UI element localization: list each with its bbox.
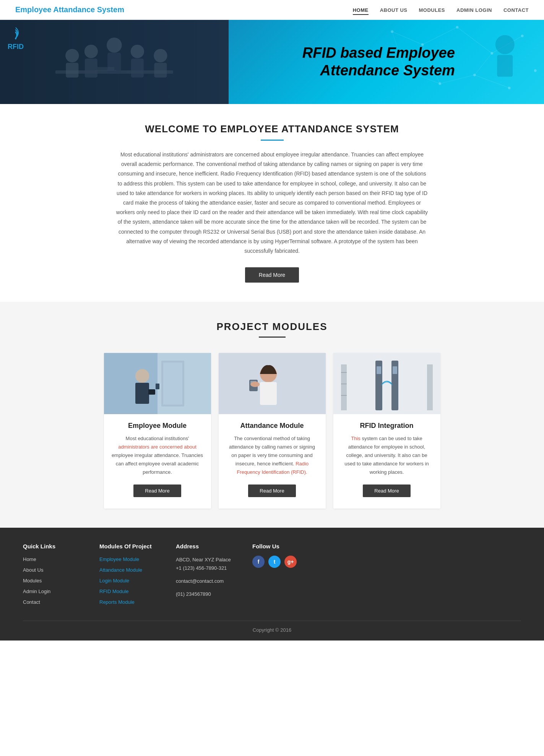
svg-line-24 [392, 32, 422, 45]
svg-rect-13 [95, 70, 116, 71]
footer-module-rfid[interactable]: RFID Module [99, 588, 161, 595]
footer-module-login[interactable]: Login Module [99, 577, 161, 584]
svg-rect-12 [97, 67, 114, 70]
nav-links: HOME ABOUT US MODULES ADMIN LOGIN CONTAC… [353, 7, 529, 13]
module-card-title-attendance: Attandance Module [225, 422, 320, 430]
svg-rect-52 [341, 364, 347, 410]
svg-point-22 [508, 87, 511, 89]
facebook-icon[interactable]: f [252, 556, 265, 568]
footer-address-block1: ABCD, Near XYZ Palace +1 (123) 456-7890-… [176, 556, 237, 572]
modules-underline [259, 337, 286, 338]
footer-address-title: Address [176, 543, 237, 550]
welcome-section: WELCOME TO EMPLOYEE ATTANDANCE SYSTEM Mo… [0, 104, 544, 302]
hero-title-line1: RFID based Employee [302, 44, 455, 62]
svg-point-0 [15, 38, 16, 39]
footer: Quick Links Home About Us Modules Admin … [0, 528, 544, 641]
footer-grid: Quick Links Home About Us Modules Admin … [23, 543, 521, 609]
svg-rect-60 [393, 366, 397, 374]
modules-section: PROJECT MODULES [0, 302, 544, 527]
svg-point-6 [107, 37, 122, 53]
svg-rect-5 [85, 59, 97, 78]
footer-follow-title: Follow Us [252, 543, 313, 550]
svg-line-30 [474, 75, 509, 88]
nav-item-modules[interactable]: MODULES [419, 7, 445, 13]
welcome-read-more-button[interactable]: Read More [245, 267, 299, 283]
svg-point-2 [65, 49, 79, 62]
hero-title-block: RFID based Employee Attendance System [302, 44, 470, 79]
module-card-rfid: RFID Integration This system can be used… [333, 353, 440, 508]
site-logo[interactable]: Employee Attandance System [15, 5, 124, 14]
svg-rect-59 [377, 366, 381, 374]
welcome-title: WELCOME TO EMPLOYEE ATTANDANCE SYSTEM [31, 123, 513, 135]
svg-rect-53 [341, 372, 347, 373]
svg-rect-37 [104, 353, 158, 414]
module-card-text-employee: Most educational institutions' administr… [112, 434, 203, 476]
svg-rect-42 [163, 363, 182, 405]
footer-link-admin[interactable]: Admin Login [23, 588, 84, 595]
svg-point-34 [495, 35, 515, 54]
attendance-img-placeholder [219, 353, 326, 414]
svg-rect-40 [148, 389, 155, 395]
footer-module-reports[interactable]: Reports Module [99, 598, 161, 605]
module-card-employee: Employee Module Most educational institu… [104, 353, 211, 508]
nav-item-admin[interactable]: ADMIN LOGIN [456, 7, 492, 13]
module-card-img-rfid [333, 353, 440, 414]
people-illustration [0, 20, 229, 104]
nav-item-contact[interactable]: CONTACT [503, 7, 529, 13]
svg-rect-7 [107, 53, 121, 74]
svg-rect-11 [154, 63, 167, 78]
welcome-underline [261, 140, 284, 141]
footer-module-attendance[interactable]: Attandance Module [99, 566, 161, 573]
footer-modules-list: Employee Module Attandance Module Login … [99, 556, 161, 605]
footer-quick-links: Quick Links Home About Us Modules Admin … [23, 543, 84, 609]
svg-rect-39 [135, 383, 149, 404]
twitter-icon[interactable]: t [268, 556, 281, 568]
module-card-img-attendance [219, 353, 326, 414]
svg-rect-43 [156, 384, 159, 389]
module-card-img-employee [104, 353, 211, 414]
svg-rect-9 [131, 59, 144, 78]
svg-line-33 [474, 53, 492, 75]
footer-quick-links-title: Quick Links [23, 543, 84, 550]
svg-point-49 [250, 382, 260, 387]
module-read-more-attendance[interactable]: Read More [248, 484, 296, 497]
hero-title-line2: Attendance System [302, 62, 455, 80]
module-card-title-rfid: RFID Integration [339, 422, 434, 430]
footer-link-contact[interactable]: Contact [23, 598, 84, 605]
nav-item-home[interactable]: HOME [353, 7, 369, 13]
footer-address-email: contact@contact.com [176, 577, 237, 585]
rfid-badge: RFID [8, 28, 24, 51]
svg-rect-35 [497, 55, 513, 77]
rfid-img-placeholder [333, 353, 440, 414]
svg-line-27 [492, 36, 522, 53]
footer-module-employee[interactable]: Employee Module [99, 556, 161, 563]
modules-grid: Employee Module Most educational institu… [23, 353, 521, 508]
footer-link-home[interactable]: Home [23, 556, 84, 563]
nav-item-about[interactable]: ABOUT US [380, 7, 408, 13]
footer-address-phone: (01) 234567890 [176, 590, 237, 598]
module-read-more-rfid[interactable]: Read More [363, 484, 410, 497]
hero-banner: RFID [0, 20, 544, 104]
svg-rect-3 [66, 63, 78, 78]
svg-point-14 [391, 30, 393, 33]
svg-point-4 [84, 45, 98, 58]
footer-copyright: Copyright © 2016 [23, 621, 521, 633]
footer-link-modules[interactable]: Modules [23, 577, 84, 584]
rfid-label-text: RFID [8, 43, 24, 51]
hero-right-panel: RFID based Employee Attendance System [229, 20, 544, 104]
googleplus-icon[interactable]: g+ [284, 556, 297, 568]
modules-title: PROJECT MODULES [23, 321, 521, 333]
svg-rect-54 [341, 384, 347, 384]
svg-rect-1 [55, 70, 173, 74]
footer-address-col: Address ABCD, Near XYZ Palace +1 (123) 4… [176, 543, 237, 609]
welcome-body: Most educational institutions' administr… [115, 150, 429, 256]
module-read-more-employee[interactable]: Read More [133, 484, 181, 497]
svg-line-25 [422, 27, 457, 44]
svg-point-18 [521, 35, 524, 37]
rfid-waves-icon [8, 28, 23, 43]
svg-rect-51 [333, 353, 440, 414]
svg-point-10 [154, 49, 167, 62]
footer-link-about[interactable]: About Us [23, 566, 84, 573]
footer-follow-col: Follow Us f t g+ [252, 543, 313, 609]
svg-point-20 [438, 82, 441, 85]
